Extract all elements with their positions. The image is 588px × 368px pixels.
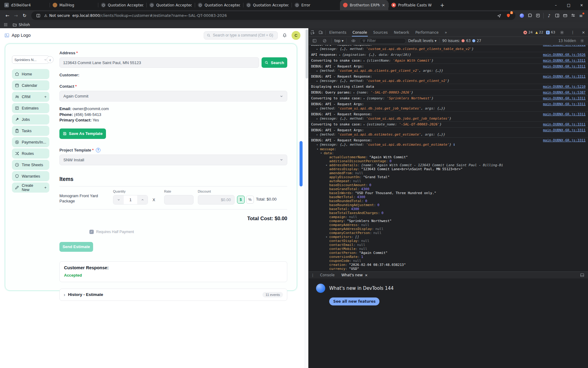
sidebar-item-calendar[interactable]: Calendar: [12, 80, 49, 90]
settings-sliders-icon[interactable]: [569, 12, 577, 20]
object-node[interactable]: ▾message:: [311, 147, 586, 151]
object-property[interactable]: companyAddress:null: [311, 223, 586, 227]
reading-list-icon[interactable]: [534, 12, 542, 20]
object-property[interactable]: contactPerson:"Again Commit": [311, 251, 586, 255]
address-input[interactable]: 123643 Commit Lane Saint Paul, MN 55123: [59, 57, 259, 68]
console-entry[interactable]: DEBUG: API - Request Args:main-DUBNX-6R.…: [309, 63, 588, 74]
sidebar-item-create-new[interactable]: Create New +: [12, 182, 49, 193]
console-entry[interactable]: Converting to snake case:▸{clientName: '…: [309, 58, 588, 63]
context-selector[interactable]: top▾: [334, 39, 344, 43]
console-source-link[interactable]: main-DUBNX-6R.js:5387: [543, 90, 586, 95]
object-property[interactable]: company:"Sprinklers Northwest": [311, 219, 586, 223]
add-icon[interactable]: +: [44, 94, 47, 99]
console-settings-gear-icon[interactable]: [578, 37, 586, 45]
close-devtools-icon[interactable]: ×: [579, 29, 587, 36]
hidden-messages-label[interactable]: 13 hidden: [558, 39, 576, 43]
object-property[interactable]: campaign:null: [311, 215, 586, 219]
clear-console-icon[interactable]: [321, 37, 329, 45]
sidebar-item-home[interactable]: Home: [12, 69, 49, 79]
console-source-link[interactable]: main-DUBNX-6R.js:3311: [543, 75, 586, 79]
issues-summary[interactable]: 90 Issues: 63 27: [442, 39, 481, 43]
window-maximize-button[interactable]: □: [562, 0, 575, 10]
console-source-link[interactable]: main-DUBNX-6R.js:3311: [543, 59, 586, 63]
sidebar-item-time-sheets[interactable]: Time Sheets: [12, 160, 49, 170]
object-property[interactable]: contactEmail:null: [311, 243, 586, 247]
object-property[interactable]: contactMobile:null: [311, 247, 586, 251]
object-property[interactable]: baseInWords:"USD Four Thousand, Three Hu…: [311, 191, 586, 195]
object-property[interactable]: baseGrandTotal:4300: [311, 187, 586, 191]
sidebar-item-payments[interactable]: Payments/In...: [12, 137, 49, 147]
menu-icon[interactable]: ≡: [577, 12, 585, 20]
wallet-icon[interactable]: [561, 12, 569, 20]
split-view-icon[interactable]: [35, 12, 42, 19]
sidebar-item-warranties[interactable]: Warranties: [12, 171, 49, 181]
object-property[interactable]: couponCode:null: [311, 259, 586, 263]
command-search-input[interactable]: Search or type a command (Ctrl + G): [204, 31, 278, 40]
send-estimate-button[interactable]: Send Estimate: [59, 242, 93, 252]
device-toolbar-icon[interactable]: [317, 29, 325, 36]
tab-close-icon[interactable]: ×: [382, 3, 385, 7]
console-entry[interactable]: DEBUG: API - Request Response:main-DUBNX…: [309, 111, 588, 121]
browser-tab[interactable]: ed3i9ei0ar4: [1, 0, 50, 10]
browser-tab[interactable]: Quotation Accepted: [98, 0, 146, 10]
scrollbar-thumb[interactable]: [306, 29, 308, 79]
console-entry[interactable]: API response:▸{pagination: {…}, data: Ar…: [309, 52, 588, 58]
console-entry[interactable]: DEBUG: Query params:▸{name: '-SAL-QT-000…: [309, 90, 588, 95]
console-source-link[interactable]: main-DUBNX-6R.js:3311: [543, 96, 586, 101]
console-entry[interactable]: Displaying existing client datamain-DUBN…: [309, 84, 588, 90]
console-filter-input[interactable]: Filter: [360, 38, 406, 44]
object-property[interactable]: amendedFrom:null: [311, 171, 586, 175]
console-source-link[interactable]: main-DUBNX-6R.js:3311: [543, 64, 586, 69]
console-entry[interactable]: DEBUG: API - Request Args:main-DUBNX-6R.…: [309, 127, 588, 137]
extension-avatar-icon[interactable]: [518, 12, 526, 20]
log-levels-select[interactable]: Default levels▾: [408, 39, 436, 43]
object-property[interactable]: currency:"USD": [311, 267, 586, 271]
console-source-link[interactable]: main-DUBNX-6R.js:3311: [543, 45, 586, 47]
console-entry[interactable]: DEBUG: API - Request Response:main-DUBNX…: [309, 74, 588, 84]
address-bar[interactable]: ⚠ Not secure erp.local:8000/clients?look…: [31, 11, 515, 20]
sidebar-item-estimates[interactable]: Estimates: [12, 103, 49, 113]
bookmark-folder[interactable]: Shiloh: [13, 23, 30, 27]
info-icon[interactable]: ℹ: [454, 143, 455, 147]
object-property[interactable]: baseTotal:4300: [311, 207, 586, 211]
avatar[interactable]: C: [292, 31, 300, 40]
object-property[interactable]: ▸competitors:[]: [311, 235, 586, 239]
object-property[interactable]: creation:"2026-02-04 08:37:48.038213": [311, 263, 586, 267]
object-property[interactable]: baseTotalTaxesAndCharges:0: [311, 211, 586, 215]
console-source-link[interactable]: main-DUBNX-6R.js:5210: [543, 85, 586, 89]
dock-panel-icon[interactable]: [578, 271, 586, 279]
new-tab-button[interactable]: +: [438, 1, 447, 10]
quantity-stepper[interactable]: 1: [113, 195, 148, 205]
back-button[interactable]: ←: [3, 11, 12, 20]
sidebar-item-jobs[interactable]: Jobs: [12, 114, 49, 125]
browser-tab[interactable]: MailHog: [50, 0, 98, 10]
help-icon[interactable]: ?: [96, 148, 100, 152]
object-property[interactable]: baseDiscountAmount:0: [311, 183, 586, 187]
browser-tab[interactable]: Profitable Casts W: [388, 0, 437, 10]
console-entry[interactable]: DEBUG: API - Request Args:main-DUBNX-6R.…: [309, 101, 588, 111]
console-entry[interactable]: Converting to snake case:▸{estimate_name…: [309, 121, 588, 127]
tab-performance[interactable]: Performance: [412, 28, 442, 36]
chevron-right-icon[interactable]: ›: [64, 292, 65, 297]
browser-tab[interactable]: Brotherton ERPN×: [340, 0, 388, 10]
object-property[interactable]: companyContactPerson:null: [311, 231, 586, 235]
object-property[interactable]: addressDisplay:"123643 Commit Lane<br>\n…: [311, 167, 586, 171]
brave-shield-icon[interactable]: 1: [505, 12, 512, 19]
issues-count[interactable]: i63: [546, 30, 555, 34]
tab-elements[interactable]: Elements: [326, 28, 349, 36]
browser-scrollbar[interactable]: [305, 28, 308, 368]
object-property[interactable]: conversionRate:1: [311, 255, 586, 259]
error-count[interactable]: ×24: [523, 30, 533, 34]
object-property[interactable]: baseRoundingAdjustment:0: [311, 203, 586, 207]
project-template-select[interactable]: SNW Install: [59, 155, 287, 165]
app-logo[interactable]: App Logo: [4, 33, 31, 38]
browser-tab[interactable]: Quotation Accepted: [146, 0, 195, 10]
browser-tab[interactable]: Quotation Accepted: [243, 0, 292, 10]
console-source-link[interactable]: main-DUBNX-6R.js:3311: [543, 122, 586, 127]
window-close-button[interactable]: ×: [575, 0, 588, 10]
half-payment-checkbox[interactable]: ✓: [89, 230, 94, 234]
browser-tab[interactable]: Error: [292, 0, 340, 10]
share-icon[interactable]: [496, 12, 503, 19]
discount-input[interactable]: $0.00: [198, 195, 235, 205]
console-entry[interactable]: Converting to snake case:▸{company: 'Spr…: [309, 95, 588, 101]
